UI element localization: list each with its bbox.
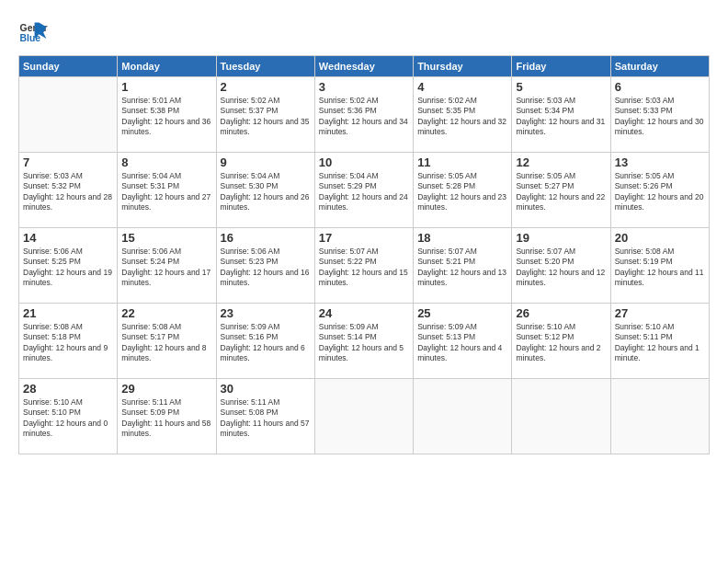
- day-info: Sunrise: 5:08 AMSunset: 5:17 PMDaylight:…: [121, 322, 211, 364]
- day-info: Sunrise: 5:01 AMSunset: 5:38 PMDaylight:…: [121, 96, 211, 138]
- calendar-cell: 20Sunrise: 5:08 AMSunset: 5:19 PMDayligh…: [610, 228, 709, 304]
- day-number: 2: [221, 80, 311, 94]
- calendar-cell: 14Sunrise: 5:06 AMSunset: 5:25 PMDayligh…: [19, 228, 118, 304]
- day-info: Sunrise: 5:03 AMSunset: 5:32 PMDaylight:…: [23, 171, 113, 213]
- calendar-cell: 27Sunrise: 5:10 AMSunset: 5:11 PMDayligh…: [610, 304, 709, 379]
- day-info: Sunrise: 5:08 AMSunset: 5:18 PMDaylight:…: [23, 322, 113, 364]
- day-number: 16: [221, 231, 311, 245]
- weekday-header-monday: Monday: [118, 56, 216, 77]
- calendar-cell: 17Sunrise: 5:07 AMSunset: 5:22 PMDayligh…: [314, 228, 413, 304]
- weekday-header-friday: Friday: [512, 56, 610, 77]
- day-info: Sunrise: 5:09 AMSunset: 5:14 PMDaylight:…: [319, 322, 409, 364]
- day-info: Sunrise: 5:09 AMSunset: 5:13 PMDaylight:…: [417, 322, 507, 364]
- logo-icon: General Blue: [18, 17, 48, 46]
- day-info: Sunrise: 5:05 AMSunset: 5:28 PMDaylight:…: [417, 171, 507, 213]
- calendar-cell: 18Sunrise: 5:07 AMSunset: 5:21 PMDayligh…: [414, 228, 512, 304]
- day-number: 3: [319, 80, 409, 94]
- weekday-header-thursday: Thursday: [414, 56, 512, 77]
- day-number: 24: [319, 306, 409, 320]
- day-number: 23: [221, 306, 311, 320]
- calendar-cell: [19, 77, 118, 153]
- day-info: Sunrise: 5:03 AMSunset: 5:34 PMDaylight:…: [516, 96, 606, 138]
- day-number: 20: [615, 231, 705, 245]
- weekday-header-tuesday: Tuesday: [216, 56, 314, 77]
- calendar-week-3: 14Sunrise: 5:06 AMSunset: 5:25 PMDayligh…: [19, 228, 710, 304]
- calendar-cell: 3Sunrise: 5:02 AMSunset: 5:36 PMDaylight…: [314, 77, 413, 153]
- logo: General Blue: [18, 17, 48, 46]
- day-info: Sunrise: 5:02 AMSunset: 5:36 PMDaylight:…: [319, 96, 409, 138]
- day-number: 11: [417, 155, 507, 169]
- day-info: Sunrise: 5:05 AMSunset: 5:26 PMDaylight:…: [615, 171, 705, 213]
- calendar-cell: 13Sunrise: 5:05 AMSunset: 5:26 PMDayligh…: [610, 153, 709, 228]
- calendar-cell: 30Sunrise: 5:11 AMSunset: 5:08 PMDayligh…: [216, 379, 314, 454]
- day-number: 19: [516, 231, 606, 245]
- calendar-cell: [414, 379, 512, 454]
- day-number: 18: [417, 231, 507, 245]
- calendar-cell: 4Sunrise: 5:02 AMSunset: 5:35 PMDaylight…: [414, 77, 512, 153]
- day-number: 1: [121, 80, 211, 94]
- calendar-cell: 1Sunrise: 5:01 AMSunset: 5:38 PMDaylight…: [118, 77, 216, 153]
- calendar-cell: 22Sunrise: 5:08 AMSunset: 5:17 PMDayligh…: [118, 304, 216, 379]
- calendar-cell: 8Sunrise: 5:04 AMSunset: 5:31 PMDaylight…: [118, 153, 216, 228]
- day-number: 5: [516, 80, 606, 94]
- day-number: 26: [516, 306, 606, 320]
- day-info: Sunrise: 5:04 AMSunset: 5:31 PMDaylight:…: [121, 171, 211, 213]
- day-number: 12: [516, 155, 606, 169]
- day-number: 15: [121, 231, 211, 245]
- day-info: Sunrise: 5:10 AMSunset: 5:10 PMDaylight:…: [23, 397, 113, 440]
- weekday-header-sunday: Sunday: [19, 56, 118, 77]
- day-number: 10: [319, 155, 409, 169]
- calendar-week-5: 28Sunrise: 5:10 AMSunset: 5:10 PMDayligh…: [19, 379, 710, 454]
- day-number: 17: [319, 231, 409, 245]
- weekday-header-saturday: Saturday: [610, 56, 709, 77]
- day-info: Sunrise: 5:05 AMSunset: 5:27 PMDaylight:…: [516, 171, 606, 213]
- day-info: Sunrise: 5:10 AMSunset: 5:11 PMDaylight:…: [615, 322, 705, 364]
- day-info: Sunrise: 5:07 AMSunset: 5:21 PMDaylight:…: [417, 247, 507, 289]
- calendar-cell: 29Sunrise: 5:11 AMSunset: 5:09 PMDayligh…: [118, 379, 216, 454]
- day-info: Sunrise: 5:07 AMSunset: 5:22 PMDaylight:…: [319, 247, 409, 289]
- calendar-cell: 26Sunrise: 5:10 AMSunset: 5:12 PMDayligh…: [512, 304, 610, 379]
- calendar-week-1: 1Sunrise: 5:01 AMSunset: 5:38 PMDaylight…: [19, 77, 710, 153]
- day-info: Sunrise: 5:06 AMSunset: 5:23 PMDaylight:…: [221, 247, 311, 289]
- calendar-cell: 23Sunrise: 5:09 AMSunset: 5:16 PMDayligh…: [216, 304, 314, 379]
- day-number: 6: [615, 80, 705, 94]
- day-number: 30: [221, 382, 311, 396]
- calendar-cell: 10Sunrise: 5:04 AMSunset: 5:29 PMDayligh…: [314, 153, 413, 228]
- calendar-cell: 15Sunrise: 5:06 AMSunset: 5:24 PMDayligh…: [118, 228, 216, 304]
- day-info: Sunrise: 5:04 AMSunset: 5:30 PMDaylight:…: [221, 171, 311, 213]
- calendar-cell: 2Sunrise: 5:02 AMSunset: 5:37 PMDaylight…: [216, 77, 314, 153]
- calendar-cell: 28Sunrise: 5:10 AMSunset: 5:10 PMDayligh…: [19, 379, 118, 454]
- calendar-week-4: 21Sunrise: 5:08 AMSunset: 5:18 PMDayligh…: [19, 304, 710, 379]
- page: General Blue SundayMondayTuesdayWednesda…: [0, 0, 728, 563]
- day-number: 27: [615, 306, 705, 320]
- calendar-cell: 16Sunrise: 5:06 AMSunset: 5:23 PMDayligh…: [216, 228, 314, 304]
- calendar-cell: 24Sunrise: 5:09 AMSunset: 5:14 PMDayligh…: [314, 304, 413, 379]
- header: General Blue: [18, 17, 710, 46]
- day-info: Sunrise: 5:09 AMSunset: 5:16 PMDaylight:…: [221, 322, 311, 364]
- day-info: Sunrise: 5:02 AMSunset: 5:37 PMDaylight:…: [221, 96, 311, 138]
- calendar-cell: 7Sunrise: 5:03 AMSunset: 5:32 PMDaylight…: [19, 153, 118, 228]
- day-number: 13: [615, 155, 705, 169]
- day-info: Sunrise: 5:06 AMSunset: 5:24 PMDaylight:…: [121, 247, 211, 289]
- calendar-cell: 21Sunrise: 5:08 AMSunset: 5:18 PMDayligh…: [19, 304, 118, 379]
- day-info: Sunrise: 5:07 AMSunset: 5:20 PMDaylight:…: [516, 247, 606, 289]
- calendar-cell: 25Sunrise: 5:09 AMSunset: 5:13 PMDayligh…: [414, 304, 512, 379]
- calendar-week-2: 7Sunrise: 5:03 AMSunset: 5:32 PMDaylight…: [19, 153, 710, 228]
- calendar-cell: [610, 379, 709, 454]
- day-info: Sunrise: 5:04 AMSunset: 5:29 PMDaylight:…: [319, 171, 409, 213]
- calendar-cell: 5Sunrise: 5:03 AMSunset: 5:34 PMDaylight…: [512, 77, 610, 153]
- day-number: 21: [23, 306, 113, 320]
- day-number: 4: [417, 80, 507, 94]
- day-info: Sunrise: 5:03 AMSunset: 5:33 PMDaylight:…: [615, 96, 705, 138]
- day-info: Sunrise: 5:06 AMSunset: 5:25 PMDaylight:…: [23, 247, 113, 289]
- day-number: 29: [121, 382, 211, 396]
- day-info: Sunrise: 5:10 AMSunset: 5:12 PMDaylight:…: [516, 322, 606, 364]
- day-number: 14: [23, 231, 113, 245]
- day-info: Sunrise: 5:11 AMSunset: 5:09 PMDaylight:…: [121, 397, 211, 440]
- calendar-cell: 19Sunrise: 5:07 AMSunset: 5:20 PMDayligh…: [512, 228, 610, 304]
- day-number: 9: [221, 155, 311, 169]
- day-number: 22: [121, 306, 211, 320]
- day-number: 28: [23, 382, 113, 396]
- day-number: 25: [417, 306, 507, 320]
- day-info: Sunrise: 5:11 AMSunset: 5:08 PMDaylight:…: [221, 397, 311, 440]
